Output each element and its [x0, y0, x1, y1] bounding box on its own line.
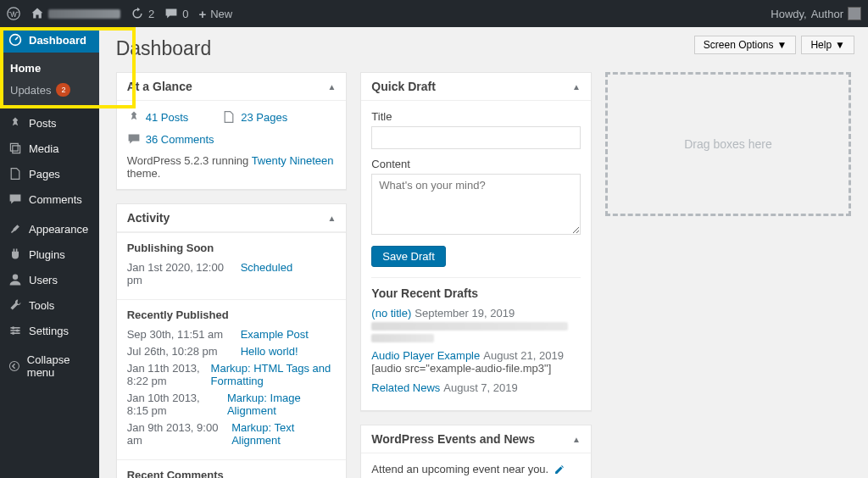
published-row: Jan 10th 2013, 8:15 pmMarkup: Image Alig… — [127, 392, 337, 417]
published-row: Sep 30th, 11:51 amExample Post — [127, 328, 337, 341]
toggle-button[interactable]: ▲ — [327, 214, 336, 223]
toggle-button[interactable]: ▲ — [327, 82, 336, 92]
draft-link[interactable]: Related News — [371, 381, 440, 394]
sidebar-item-pages[interactable]: Pages — [0, 161, 99, 186]
dashboard-submenu: Home Updates 2 — [0, 53, 99, 106]
pin-icon — [8, 116, 22, 130]
draft-content-input[interactable] — [371, 174, 581, 235]
post-link[interactable]: Markup: Text Alignment — [231, 421, 336, 447]
post-link[interactable]: Example Post — [241, 328, 309, 341]
plugin-icon — [8, 247, 22, 261]
draft-item: Audio Player ExampleAugust 21, 2019 [aud… — [371, 349, 581, 375]
post-link[interactable]: Scheduled — [241, 261, 292, 286]
main-content: Screen Options ▼ Help ▼ Dashboard At a G… — [99, 27, 868, 478]
draft-link[interactable]: Audio Player Example — [371, 349, 480, 362]
admin-bar: 2 0 + New Howdy, Author — [0, 0, 868, 27]
sidebar-item-posts[interactable]: Posts — [0, 110, 99, 136]
sidebar-item-users[interactable]: Users — [0, 267, 99, 292]
updates-link[interactable]: 2 — [131, 7, 154, 20]
brush-icon — [8, 222, 22, 236]
comment-icon — [127, 132, 141, 146]
svg-point-8 — [12, 332, 14, 335]
sidebar-item-media[interactable]: Media — [0, 136, 99, 161]
avatar — [848, 7, 861, 20]
plus-icon: + — [198, 7, 206, 21]
theme-link[interactable]: Twenty Nineteen — [252, 154, 334, 167]
edit-location-icon[interactable] — [554, 464, 565, 475]
draft-item: (no title)September 19, 2019 — [371, 307, 581, 342]
svg-point-2 — [13, 275, 18, 280]
activity-box: Activity▲ Publishing Soon Jan 1st 2020, … — [116, 203, 348, 478]
sidebar-item-plugins[interactable]: Plugins — [0, 242, 99, 267]
sidebar-item-home[interactable]: Home — [0, 58, 99, 79]
sidebar-item-appearance[interactable]: Appearance — [0, 216, 99, 242]
svg-point-6 — [12, 326, 14, 329]
svg-point-7 — [16, 329, 19, 331]
toggle-button[interactable]: ▲ — [572, 435, 581, 444]
collapse-menu[interactable]: Collapse menu — [0, 347, 99, 385]
save-draft-button[interactable]: Save Draft — [371, 246, 445, 267]
sidebar-item-tools[interactable]: Tools — [0, 292, 99, 318]
svg-point-9 — [9, 361, 19, 370]
content-label: Content — [371, 158, 581, 170]
published-row: Jan 11th 2013, 8:22 pmMarkup: HTML Tags … — [127, 362, 337, 387]
post-link[interactable]: Markup: HTML Tags and Formatting — [211, 362, 337, 387]
pin-icon — [127, 110, 141, 124]
user-icon — [8, 273, 22, 286]
screen-options-button[interactable]: Screen Options ▼ — [694, 36, 797, 54]
glance-comments[interactable]: 36 Comments — [127, 132, 337, 146]
settings-icon — [8, 324, 22, 337]
page-icon — [8, 167, 22, 181]
chevron-down-icon: ▼ — [777, 39, 787, 51]
wp-logo[interactable] — [7, 7, 20, 20]
toggle-button[interactable]: ▲ — [572, 82, 581, 92]
help-button[interactable]: Help ▼ — [801, 36, 854, 54]
draft-link[interactable]: (no title) — [371, 307, 411, 320]
drop-zone[interactable]: Drag boxes here — [605, 72, 851, 216]
page-icon — [222, 110, 236, 124]
admin-sidebar: Dashboard Home Updates 2 Posts Media Pag… — [0, 27, 99, 478]
site-title-blur — [48, 9, 120, 19]
comments-link[interactable]: 0 — [164, 7, 188, 20]
wrench-icon — [8, 298, 22, 312]
dashboard-icon — [8, 33, 22, 47]
post-link[interactable]: Hello world! — [241, 345, 298, 358]
sidebar-item-dashboard[interactable]: Dashboard — [0, 27, 99, 53]
published-row: Jan 9th 2013, 9:00 amMarkup: Text Alignm… — [127, 421, 337, 447]
events-box: WordPress Events and News▲ Attend an upc… — [360, 425, 592, 478]
comments-icon — [8, 192, 22, 206]
glance-posts[interactable]: 41 Posts — [127, 110, 189, 124]
scheduled-row: Jan 1st 2020, 12:00 pm Scheduled — [127, 261, 337, 286]
glance-pages[interactable]: 23 Pages — [222, 110, 287, 124]
draft-title-input[interactable] — [371, 126, 581, 149]
update-count-badge: 2 — [56, 83, 70, 97]
at-a-glance-box: At a Glance▲ 41 Posts 23 Pages 36 Commen… — [116, 72, 348, 190]
sidebar-item-comments[interactable]: Comments — [0, 186, 99, 212]
my-account[interactable]: Howdy, Author — [771, 7, 861, 20]
sidebar-item-settings[interactable]: Settings — [0, 318, 99, 343]
wp-version-text: WordPress 5.2.3 running Twenty Nineteen … — [127, 154, 337, 180]
home-icon — [31, 7, 44, 20]
title-label: Title — [371, 110, 581, 123]
draft-item: Related NewsAugust 7, 2019 — [371, 381, 581, 394]
collapse-icon — [8, 359, 20, 373]
post-link[interactable]: Markup: Image Alignment — [227, 392, 336, 417]
update-icon — [131, 7, 144, 20]
site-name[interactable] — [31, 7, 120, 20]
svg-point-0 — [8, 8, 19, 19]
sidebar-item-updates[interactable]: Updates 2 — [0, 79, 99, 101]
published-row: Jul 26th, 10:28 pmHello world! — [127, 345, 337, 358]
chevron-down-icon: ▼ — [835, 39, 845, 51]
new-content[interactable]: + New — [198, 7, 232, 21]
media-icon — [8, 142, 22, 155]
quick-draft-box: Quick Draft▲ Title Content Save Draft Yo… — [360, 72, 592, 411]
comment-icon — [164, 7, 178, 20]
wordpress-icon — [7, 7, 20, 20]
